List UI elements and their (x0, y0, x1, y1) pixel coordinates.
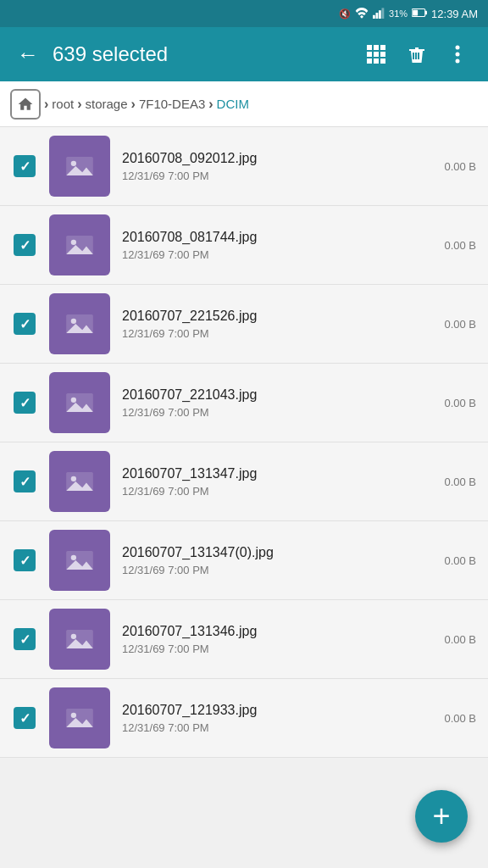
file-thumbnail (49, 293, 110, 354)
file-item[interactable]: 20160707_131347(0).jpg 12/31/69 7:00 PM … (0, 521, 488, 600)
breadcrumb-sep-2: › (77, 97, 81, 112)
file-checkbox[interactable] (14, 392, 36, 414)
svg-rect-3 (382, 8, 385, 19)
file-item[interactable]: 20160708_081744.jpg 12/31/69 7:00 PM 0.0… (0, 206, 488, 285)
file-thumbnail (49, 372, 110, 433)
file-date: 12/31/69 7:00 PM (122, 721, 432, 734)
wifi-icon (355, 7, 369, 20)
file-name: 20160708_081744.jpg (122, 230, 432, 245)
file-checkbox[interactable] (14, 628, 36, 650)
file-thumbnail (49, 136, 110, 197)
svg-rect-2 (379, 10, 381, 19)
file-thumbnail (49, 214, 110, 275)
file-item[interactable]: 20160707_131346.jpg 12/31/69 7:00 PM 0.0… (0, 600, 488, 679)
more-options-button[interactable] (441, 37, 474, 71)
file-list: 20160708_092012.jpg 12/31/69 7:00 PM 0.0… (0, 127, 488, 826)
svg-point-26 (71, 555, 76, 560)
file-size: 0.00 B (444, 397, 476, 409)
file-item[interactable]: 20160707_221526.jpg 12/31/69 7:00 PM 0.0… (0, 285, 488, 364)
file-thumbnail (49, 451, 110, 512)
breadcrumb-sep-3: › (131, 97, 136, 112)
file-size: 0.00 B (444, 633, 476, 646)
signal-icon (373, 7, 385, 20)
file-checkbox-container (12, 628, 37, 650)
file-item[interactable]: 20160708_092012.jpg 12/31/69 7:00 PM 0.0… (0, 127, 488, 206)
file-checkbox[interactable] (14, 470, 36, 492)
svg-point-20 (71, 398, 76, 403)
battery-icon (412, 8, 427, 19)
file-date: 12/31/69 7:00 PM (122, 327, 432, 340)
file-checkbox-container (12, 470, 37, 492)
svg-point-14 (71, 240, 76, 245)
svg-point-23 (71, 476, 76, 481)
breadcrumb-storage[interactable]: storage (86, 97, 128, 111)
action-bar: ← 639 selected (0, 27, 488, 81)
file-name: 20160707_131347.jpg (122, 466, 432, 481)
file-name: 20160707_221043.jpg (122, 387, 432, 403)
svg-rect-1 (376, 13, 379, 19)
file-info: 20160707_221526.jpg 12/31/69 7:00 PM (122, 309, 432, 340)
svg-point-11 (71, 161, 76, 166)
breadcrumb-dcim[interactable]: DCIM (217, 97, 249, 111)
file-date: 12/31/69 7:00 PM (122, 564, 432, 576)
file-checkbox-container (12, 707, 37, 729)
svg-point-17 (71, 319, 76, 324)
file-date: 12/31/69 7:00 PM (122, 170, 432, 182)
file-size: 0.00 B (444, 318, 476, 331)
svg-point-32 (71, 713, 76, 718)
fab-add-button[interactable]: + (415, 790, 468, 843)
grid-icon (367, 45, 385, 64)
file-info: 20160708_092012.jpg 12/31/69 7:00 PM (122, 151, 432, 182)
file-info: 20160707_121933.jpg 12/31/69 7:00 PM (122, 703, 432, 734)
svg-point-29 (71, 634, 76, 639)
file-name: 20160708_092012.jpg (122, 151, 432, 166)
file-thumbnail (49, 687, 110, 748)
file-item[interactable]: 20160707_131347.jpg 12/31/69 7:00 PM 0.0… (0, 442, 488, 521)
file-info: 20160707_131347(0).jpg 12/31/69 7:00 PM (122, 545, 432, 576)
file-checkbox[interactable] (14, 234, 36, 256)
file-size: 0.00 B (444, 554, 476, 567)
file-name: 20160707_221526.jpg (122, 309, 432, 324)
delete-button[interactable] (400, 37, 434, 71)
file-checkbox[interactable] (14, 313, 36, 335)
file-checkbox-container (12, 234, 37, 256)
file-size: 0.00 B (444, 476, 476, 488)
file-checkbox-container (12, 392, 37, 414)
selected-count-title: 639 selected (53, 42, 349, 66)
file-checkbox-container (12, 549, 37, 571)
status-icons: 🔇 31% 12:39 AM (339, 7, 478, 20)
file-name: 20160707_131347(0).jpg (122, 545, 432, 560)
file-checkbox-container (12, 313, 37, 335)
svg-rect-5 (425, 11, 427, 15)
file-item[interactable]: 20160707_121933.jpg 12/31/69 7:00 PM 0.0… (0, 679, 488, 758)
file-thumbnail (49, 609, 110, 670)
file-item[interactable]: 20160707_221043.jpg 12/31/69 7:00 PM 0.0… (0, 364, 488, 442)
breadcrumb-volume[interactable]: 7F10-DEA3 (139, 97, 205, 111)
file-checkbox[interactable] (14, 155, 36, 177)
battery-percent: 31% (389, 8, 408, 19)
file-name: 20160707_131346.jpg (122, 624, 432, 639)
file-checkbox[interactable] (14, 707, 36, 729)
file-thumbnail (49, 530, 110, 591)
breadcrumb: › root › storage › 7F10-DEA3 › DCIM (0, 81, 488, 127)
svg-rect-6 (413, 10, 418, 16)
file-date: 12/31/69 7:00 PM (122, 406, 432, 419)
svg-rect-0 (373, 15, 375, 19)
breadcrumb-root[interactable]: root (52, 97, 74, 111)
grid-view-button[interactable] (359, 37, 393, 71)
file-date: 12/31/69 7:00 PM (122, 248, 432, 261)
file-size: 0.00 B (444, 712, 476, 725)
file-name: 20160707_121933.jpg (122, 703, 432, 718)
file-info: 20160708_081744.jpg 12/31/69 7:00 PM (122, 230, 432, 261)
back-button[interactable]: ← (14, 38, 42, 71)
svg-point-9 (456, 59, 460, 64)
svg-point-8 (456, 53, 460, 57)
svg-point-7 (456, 46, 460, 50)
file-checkbox[interactable] (14, 549, 36, 571)
file-size: 0.00 B (444, 160, 476, 173)
status-time: 12:39 AM (431, 8, 478, 20)
file-size: 0.00 B (444, 239, 476, 252)
file-info: 20160707_221043.jpg 12/31/69 7:00 PM (122, 387, 432, 419)
home-button[interactable] (10, 89, 41, 120)
action-icons-container (359, 37, 474, 71)
